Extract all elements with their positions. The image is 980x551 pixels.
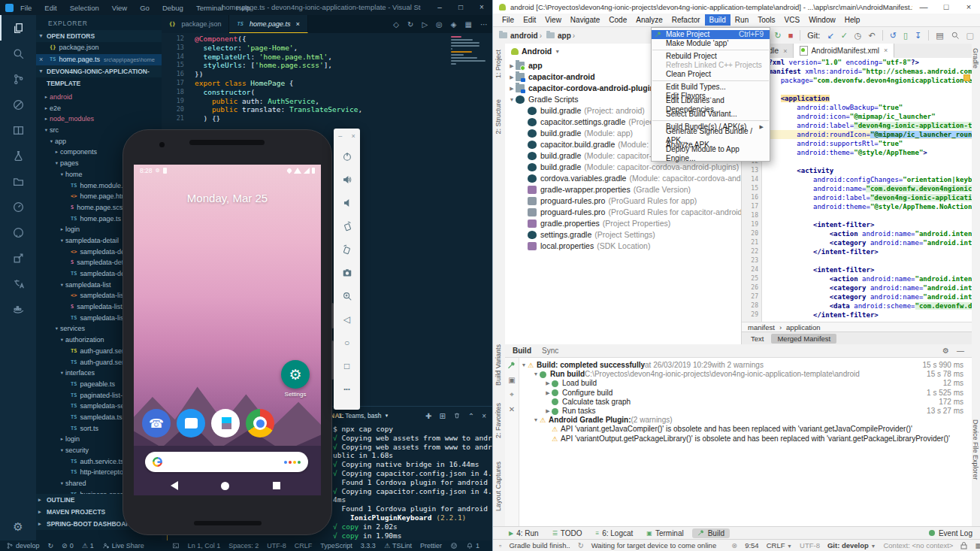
project-tree-item[interactable]: proguard-rules.pro(ProGuard Rules for ap… xyxy=(505,195,741,207)
toolwindow-button-terminal[interactable]: ▣Terminal xyxy=(641,528,688,538)
minimize-button[interactable]: – xyxy=(429,0,450,15)
toolwindow-button-4-run[interactable]: ▶4: Run xyxy=(504,528,544,538)
breadcrumb-android[interactable]: android xyxy=(510,32,538,40)
build-tree-item[interactable]: ▶Load build12 ms xyxy=(520,379,969,388)
menu-view[interactable]: View xyxy=(111,2,128,14)
breadcrumb-application[interactable]: application xyxy=(786,323,820,332)
pin-icon[interactable]: ⌖ xyxy=(510,390,514,399)
toolstrip-1-project[interactable]: 1: Project xyxy=(495,50,502,78)
maximize-button[interactable]: □ xyxy=(450,0,471,15)
lock-icon[interactable] xyxy=(960,542,967,549)
emulator-close-icon[interactable]: × xyxy=(352,132,355,144)
build-tree-item[interactable]: ▼⚠Android Gradle Plugin: (2 warnings) xyxy=(520,416,969,425)
search-icon[interactable] xyxy=(0,41,36,66)
docker-icon[interactable] xyxy=(0,296,36,322)
toolwindow-button-build[interactable]: Build xyxy=(692,528,730,538)
build-tab[interactable]: Build xyxy=(513,347,531,355)
build-tree-item[interactable]: ⚠API 'variantOutput.getPackageLibrary()'… xyxy=(520,434,969,444)
project-tree-item[interactable]: build.gradle(Module: capacitor-cordova-a… xyxy=(505,162,741,173)
phone-app-icon[interactable]: ☎ xyxy=(142,409,171,437)
toolstrip-device-file-explorer[interactable]: Device File Explorer xyxy=(972,419,979,480)
menu-file[interactable]: File xyxy=(20,2,32,14)
status-prettier[interactable]: Prettier xyxy=(420,542,442,549)
caret-position[interactable]: 9:54 xyxy=(745,541,759,549)
menu-item-edit-libraries-and-dependencies-[interactable]: Edit Libraries and Dependencies... xyxy=(652,101,770,110)
context-widget[interactable]: Context: <no context> xyxy=(883,541,953,549)
build-tree-item[interactable]: ⚠API 'variant.getJavaCompiler()' is obso… xyxy=(520,425,969,434)
toolstrip-build-variants[interactable]: Build Variants xyxy=(495,344,502,386)
status-tslint[interactable]: ⚠TSLint xyxy=(384,542,412,549)
gradle-sync-icon[interactable]: ↺ xyxy=(890,31,897,41)
history-icon[interactable]: ◷ xyxy=(854,31,862,41)
project-tree-item[interactable]: local.properties(SDK Location) xyxy=(505,241,741,252)
menu-tools[interactable]: Tools xyxy=(753,14,779,26)
sync-icon[interactable]: ↻ xyxy=(774,31,781,41)
menu-item-select-build-variant-[interactable]: Select Build Variant... xyxy=(652,110,770,119)
status-sync[interactable]: ↻ xyxy=(48,542,54,549)
run-icon[interactable]: ▷ xyxy=(422,20,428,29)
menu-item-rebuild-project[interactable]: Rebuild Project xyxy=(652,52,770,61)
editor-layout-icon[interactable] xyxy=(0,117,36,143)
editor-tab-home.page.ts[interactable]: TShome.page.ts× xyxy=(229,15,307,33)
editor-minimap[interactable] xyxy=(451,36,488,66)
minimize-panel-icon[interactable]: — xyxy=(957,347,964,355)
menu-item-generate-signed-bundle-apk-[interactable]: Generate Signed Bundle / APK... xyxy=(652,132,770,141)
more-icon[interactable]: ⋯ xyxy=(480,20,488,29)
status-live-share[interactable]: Live Share xyxy=(102,542,144,549)
project-tree-item[interactable]: gradle.properties(Project Properties) xyxy=(505,218,741,229)
dial-icon[interactable] xyxy=(0,194,36,219)
maximize-button[interactable]: □ xyxy=(935,2,957,11)
preview-icon[interactable]: ◎ xyxy=(436,20,443,29)
emulator-minimize-icon[interactable]: – xyxy=(338,132,342,144)
more-icon[interactable]: ••• xyxy=(334,377,360,401)
sync-tab[interactable]: Sync xyxy=(542,347,558,355)
status-1[interactable]: ⚠1 xyxy=(82,542,94,549)
volume-up-icon[interactable] xyxy=(334,168,360,191)
device-manager-icon[interactable]: ▯ xyxy=(903,31,908,41)
nav-back-button[interactable] xyxy=(171,481,178,490)
folder-item[interactable]: ▸e2e xyxy=(36,103,162,114)
close-panel-icon[interactable]: × xyxy=(482,412,486,420)
build-tree-item[interactable]: Calculate task graph172 ms xyxy=(520,398,969,407)
menu-analyze[interactable]: Analyze xyxy=(631,14,667,26)
project-section[interactable]: ▼DEVON4NG-IONIC-APPLICATION-TEMPLATE xyxy=(36,65,162,77)
close-editor-icon[interactable]: × xyxy=(39,54,48,66)
warning-stripe-marker[interactable] xyxy=(963,74,970,81)
play-store-app-icon[interactable] xyxy=(211,409,240,437)
share-icon[interactable] xyxy=(0,245,36,271)
build-filter-icon[interactable] xyxy=(507,361,516,370)
status-typescript[interactable]: TypeScript xyxy=(320,542,352,549)
zoom-icon[interactable] xyxy=(334,284,360,307)
build-tree-item[interactable]: ▼Run build C:\Proyectos\devon4ng-ionic-p… xyxy=(520,370,969,379)
screenshot-icon[interactable] xyxy=(334,261,360,284)
project-tree-item[interactable]: gradle-wrapper.properties(Gradle Version… xyxy=(505,184,741,195)
status-1[interactable]: 1 xyxy=(466,542,479,549)
menu-item-clean-project[interactable]: Clean Project xyxy=(652,70,770,79)
project-tree-item[interactable]: cordova.variables.gradle(Module: capacit… xyxy=(505,173,741,184)
new-terminal-icon[interactable]: ✚ xyxy=(425,412,431,420)
breadcrumb-app[interactable]: app xyxy=(558,32,571,40)
encoding[interactable]: UTF-8 xyxy=(800,541,820,549)
menu-code[interactable]: Code xyxy=(604,14,631,26)
open-editors-section[interactable]: ▼OPEN EDITORS xyxy=(36,30,162,42)
indent-info-icon[interactable]: ▦ xyxy=(975,541,980,549)
overview-icon[interactable]: □ xyxy=(334,354,360,377)
project-tree-item[interactable]: proguard-rules.pro(ProGuard Rules for ca… xyxy=(505,207,741,218)
open-editor-item[interactable]: ×TShome.page.tssrc\app\pages\home xyxy=(36,54,162,66)
github-icon[interactable] xyxy=(0,219,36,245)
build-tree-item[interactable]: ▼⚠Build: completed successfully at 26/03… xyxy=(520,361,969,370)
line-ending-selector[interactable]: CRLF ▼ xyxy=(767,541,792,549)
build-tree-item[interactable]: ▶Run tasks13 s 27 ms xyxy=(520,407,969,416)
folder-item[interactable]: ▸android xyxy=(36,92,162,103)
rotate-left-icon[interactable] xyxy=(334,214,360,238)
search-everywhere-icon[interactable] xyxy=(951,31,960,40)
close-tab-icon[interactable]: × xyxy=(884,47,888,54)
close-button[interactable]: × xyxy=(471,0,492,15)
test-flask-icon[interactable] xyxy=(0,143,36,168)
menu-edit[interactable]: Edit xyxy=(519,14,540,26)
event-log-button[interactable]: Event Log xyxy=(929,529,980,537)
sync-icon[interactable]: ↻ xyxy=(407,20,413,29)
kill-terminal-icon[interactable] xyxy=(453,412,461,419)
volume-down-icon[interactable] xyxy=(334,191,360,214)
update-project-icon[interactable]: ↙ xyxy=(827,31,833,41)
